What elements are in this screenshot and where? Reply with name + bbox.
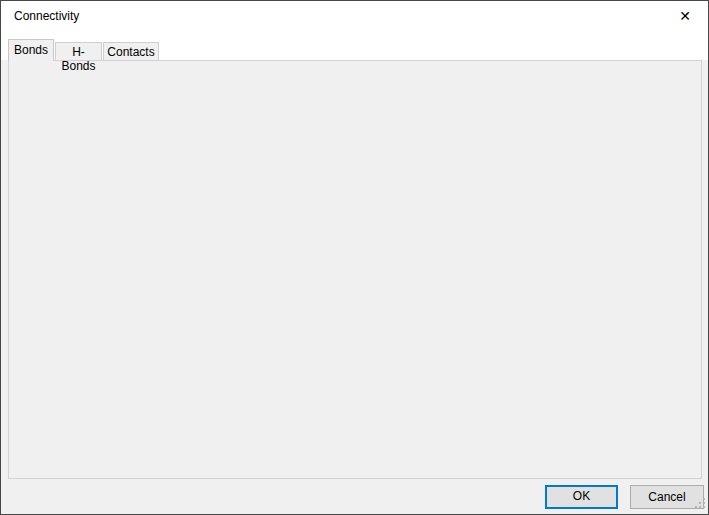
close-button[interactable]: ✕ <box>662 1 708 31</box>
ok-button[interactable]: OK <box>545 485 618 509</box>
tab-h-bonds-label: H-Bonds <box>61 45 95 73</box>
close-icon: ✕ <box>679 8 691 24</box>
title-bar: Connectivity <box>1 1 708 31</box>
tab-bonds-label: Bonds <box>14 43 48 57</box>
window-title: Connectivity <box>14 9 79 23</box>
resize-grip-icon[interactable] <box>695 498 706 512</box>
tab-contacts-label: Contacts <box>107 45 154 59</box>
tab-contacts[interactable]: Contacts <box>103 42 159 60</box>
tab-h-bonds[interactable]: H-Bonds <box>55 42 102 60</box>
cancel-button[interactable]: Cancel <box>630 485 704 509</box>
connectivity-dialog: Connectivity ✕ Bonds H-Bonds Contacts Se… <box>0 0 709 515</box>
bonds-tab-page <box>8 60 702 479</box>
tab-bonds[interactable]: Bonds <box>8 39 54 61</box>
